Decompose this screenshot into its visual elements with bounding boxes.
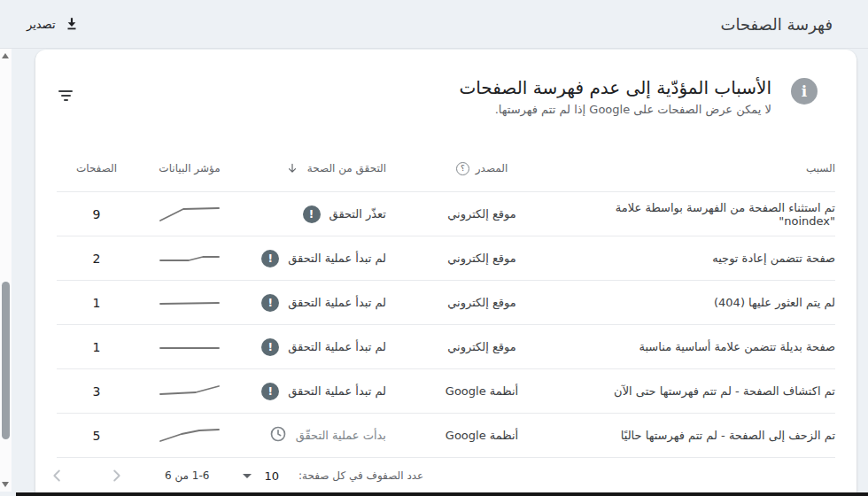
table-row[interactable]: صفحة بديلة تتضمن علامة أساسية مناسبة موق… <box>57 325 835 369</box>
table-row[interactable]: تم الزحف إلى الصفحة - لم تتم فهرستها حال… <box>57 414 835 458</box>
source-cell: أنظمة Google <box>411 384 553 398</box>
table-row[interactable]: تم استثناء الصفحة من الفهرسة بواسطة علام… <box>57 192 835 236</box>
trend-sparkline <box>159 381 221 402</box>
rows-per-page-select[interactable]: 10 <box>243 469 279 483</box>
pagination-range: 1-6 من 6 <box>165 469 209 482</box>
validation-cell: تعذّر التحقق ! <box>243 205 411 223</box>
scroll-up-icon[interactable] <box>2 53 9 58</box>
header-validation[interactable]: التحقق من الصحة <box>243 162 411 174</box>
card-title: الأسباب المؤدّية إلى عدم فهرسة الصفحات <box>459 76 771 99</box>
topbar: فهرسة الصفحات تصدير <box>0 0 868 49</box>
validation-error-icon: ! <box>261 250 279 267</box>
reason-cell: تم اكتشاف الصفحة - لم تتم فهرستها حتى ال… <box>553 384 835 398</box>
table-header-row: السبب المصدر ؟ التحقق من الصحة مؤشر البي… <box>57 145 835 192</box>
filter-icon[interactable] <box>55 85 76 106</box>
previous-page-button[interactable] <box>48 466 67 485</box>
trend-cell <box>136 337 243 358</box>
indexing-reasons-card: i الأسباب المؤدّية إلى عدم فهرسة الصفحات… <box>35 50 856 496</box>
page-title: فهرسة الصفحات <box>720 15 833 34</box>
reason-cell: لم يتم العثور عليها (404) <box>553 296 835 309</box>
header-trend[interactable]: مؤشر البيانات <box>136 162 243 174</box>
source-cell: أنظمة Google <box>411 429 553 442</box>
export-label: تصدير <box>27 18 56 31</box>
validation-cell: لم تبدأ عملية التحقق ! <box>243 383 411 400</box>
rows-per-page-label: عدد الصفوف في كل صفحة: <box>298 469 423 482</box>
pages-count: 2 <box>57 252 136 266</box>
next-page-button[interactable] <box>106 466 126 485</box>
trend-sparkline <box>159 292 221 314</box>
pages-count: 1 <box>57 340 136 354</box>
rows-per-page-value: 10 <box>264 469 279 483</box>
validation-cell: لم تبدأ عملية التحقق ! <box>243 294 411 312</box>
table-row[interactable]: لم يتم العثور عليها (404) موقع إلكتروني … <box>57 281 835 325</box>
validation-cell: بدأت عملية التحقّق ! <box>243 425 411 446</box>
pages-count: 9 <box>57 207 136 221</box>
header-validation-label: التحقق من الصحة <box>307 162 386 174</box>
source-cell: موقع إلكتروني <box>411 296 553 309</box>
pages-count: 3 <box>57 384 136 399</box>
scroll-down-icon[interactable] <box>2 482 9 487</box>
trend-sparkline <box>159 425 221 446</box>
trend-sparkline <box>159 248 221 269</box>
clock-icon <box>269 425 287 446</box>
download-icon <box>64 16 80 32</box>
validation-label: لم تبدأ عملية التحقق <box>288 340 386 353</box>
validation-label: لم تبدأ عملية التحقق <box>288 296 386 309</box>
table-row[interactable]: صفحة تتضمن إعادة توجيه موقع إلكتروني لم … <box>57 236 835 281</box>
validation-cell: لم تبدأ عملية التحقق ! <box>243 338 411 356</box>
sort-down-icon[interactable] <box>286 162 298 174</box>
card-subtitle: لا يمكن عرض الصفحات على Google إذا لم تت… <box>459 103 771 116</box>
table-body: تم استثناء الصفحة من الفهرسة بواسطة علام… <box>57 192 835 458</box>
pages-count: 5 <box>57 429 136 443</box>
vertical-scrollbar[interactable] <box>0 49 12 492</box>
trend-sparkline <box>159 204 221 225</box>
trend-cell <box>136 204 243 225</box>
trend-cell <box>136 292 243 314</box>
validation-label: لم تبدأ عملية التحقق <box>288 384 386 398</box>
header-reason[interactable]: السبب <box>553 162 835 174</box>
reason-cell: تم استثناء الصفحة من الفهرسة بواسطة علام… <box>553 201 835 228</box>
reason-cell: تم الزحف إلى الصفحة - لم تتم فهرستها حال… <box>553 429 835 442</box>
trend-cell <box>136 248 243 269</box>
reason-cell: صفحة بديلة تتضمن علامة أساسية مناسبة <box>553 340 835 353</box>
validation-label: تعذّر التحقق <box>329 207 386 221</box>
info-icon[interactable]: i <box>791 78 818 105</box>
trend-sparkline <box>159 337 221 358</box>
validation-error-icon: ! <box>261 338 279 356</box>
source-cell: موقع إلكتروني <box>411 207 553 221</box>
help-icon[interactable]: ؟ <box>456 162 469 175</box>
window-bottom-edge <box>16 492 868 496</box>
validation-error-icon: ! <box>303 205 321 223</box>
pages-count: 1 <box>57 296 136 310</box>
scrollbar-thumb[interactable] <box>2 282 10 439</box>
reason-cell: صفحة تتضمن إعادة توجيه <box>553 252 835 265</box>
validation-cell: لم تبدأ عملية التحقق ! <box>243 250 411 267</box>
pagination-bar: عدد الصفوف في كل صفحة: 10 1-6 من 6 <box>35 458 856 493</box>
trend-cell <box>136 425 243 446</box>
header-pages[interactable]: الصفحات <box>57 162 136 174</box>
validation-label: بدأت عملية التحقّق <box>296 429 386 442</box>
trend-cell <box>136 381 243 402</box>
validation-error-icon: ! <box>261 383 279 400</box>
chevron-down-icon <box>243 474 252 478</box>
reasons-table: السبب المصدر ؟ التحقق من الصحة مؤشر البي… <box>35 145 856 458</box>
header-source[interactable]: المصدر ؟ <box>411 162 553 175</box>
source-cell: موقع إلكتروني <box>411 252 553 265</box>
validation-label: لم تبدأ عملية التحقق <box>288 252 386 265</box>
card-titles: الأسباب المؤدّية إلى عدم فهرسة الصفحات ل… <box>459 76 771 116</box>
table-row[interactable]: تم اكتشاف الصفحة - لم تتم فهرستها حتى ال… <box>57 369 835 414</box>
validation-error-icon: ! <box>261 294 279 312</box>
header-source-label: المصدر <box>476 162 508 174</box>
card-header: i الأسباب المؤدّية إلى عدم فهرسة الصفحات… <box>35 50 856 145</box>
source-cell: موقع إلكتروني <box>411 340 553 353</box>
export-button[interactable]: تصدير <box>27 16 80 32</box>
